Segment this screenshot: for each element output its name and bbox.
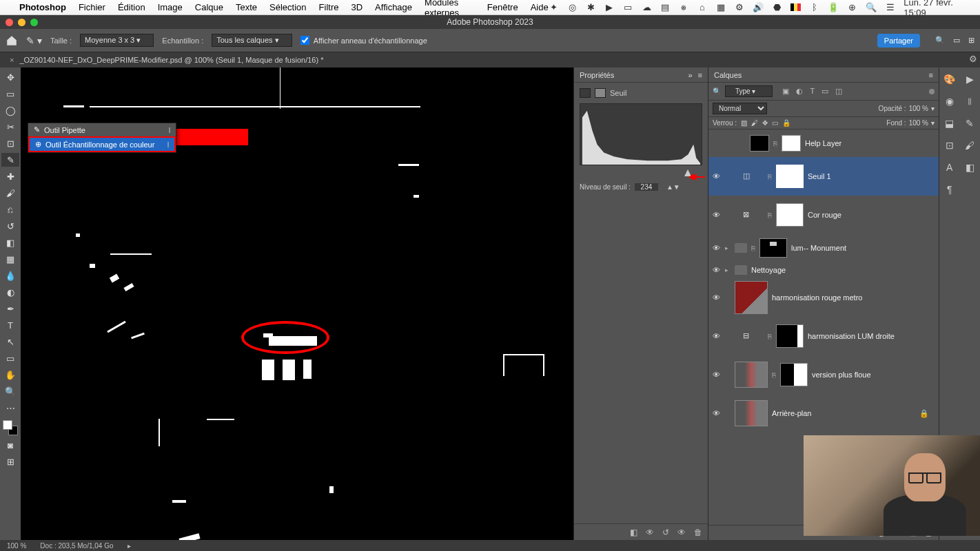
character-panel-icon[interactable]: A bbox=[943, 161, 956, 174]
layer-name[interactable]: harmonisation LUM droite bbox=[808, 332, 895, 340]
adjustments-panel-icon[interactable]: ⬓ bbox=[943, 117, 956, 129]
menu-aide[interactable]: Aide bbox=[531, 2, 549, 12]
layer-thumb[interactable] bbox=[750, 135, 769, 152]
filter-pixel-icon[interactable]: ▣ bbox=[782, 87, 789, 96]
mask-thumb[interactable] bbox=[780, 363, 808, 386]
flag-icon[interactable] bbox=[790, 3, 801, 11]
path-tool[interactable]: ↖ bbox=[1, 335, 19, 349]
workspace-switcher-icon[interactable]: ⊞ bbox=[968, 36, 974, 45]
menu-image[interactable]: Image bbox=[158, 2, 183, 12]
layer-row[interactable]: 👁 ◫ ⎘ Seuil 1 bbox=[708, 157, 939, 196]
navigator-panel-icon[interactable]: ◧ bbox=[963, 161, 976, 174]
bluetooth-icon[interactable]: ᛒ bbox=[809, 2, 819, 13]
trash-icon[interactable]: 🗑 bbox=[694, 528, 702, 537]
layer-name[interactable]: Seuil 1 bbox=[808, 172, 831, 180]
hand-tool[interactable]: ✋ bbox=[1, 368, 19, 382]
statusbar-icon[interactable]: ⌂ bbox=[697, 2, 707, 13]
lock-all-icon[interactable]: 🔒 bbox=[782, 119, 790, 127]
menu-selection[interactable]: Sélection bbox=[269, 2, 306, 12]
pen-tool[interactable]: ✒ bbox=[1, 302, 19, 315]
panel-menu-icon[interactable]: ≡ bbox=[698, 71, 702, 79]
minimize-button[interactable] bbox=[18, 19, 25, 26]
control-center-icon[interactable]: ☰ bbox=[885, 2, 895, 13]
history-brush-tool[interactable]: ↺ bbox=[1, 219, 19, 233]
lock-position-icon[interactable]: ✥ bbox=[762, 119, 768, 127]
statusbar-icon[interactable]: ✦ bbox=[549, 2, 559, 13]
maximize-button[interactable] bbox=[30, 19, 38, 26]
visibility-toggle[interactable]: 👁 bbox=[713, 371, 721, 379]
link-icon[interactable]: ⎘ bbox=[772, 371, 776, 379]
layer-name[interactable]: Nettoyage bbox=[751, 266, 786, 274]
volume-icon[interactable]: 🔊 bbox=[753, 2, 764, 13]
stamp-tool[interactable]: ⎌ bbox=[1, 202, 19, 216]
view-previous-icon[interactable]: 👁 bbox=[646, 528, 654, 537]
visibility-toggle[interactable]: 👁 bbox=[713, 409, 721, 417]
menu-edition[interactable]: Édition bbox=[118, 2, 145, 12]
color-panel-icon[interactable]: 🎨 bbox=[943, 73, 956, 85]
quick-select-tool[interactable]: ✂ bbox=[1, 120, 19, 134]
visibility-icon[interactable]: 👁 bbox=[677, 528, 686, 537]
eyedropper-tool[interactable]: ✎ bbox=[1, 153, 19, 167]
layer-group-row[interactable]: 👁 ▸ ⎘ lum-- Monument bbox=[708, 234, 939, 262]
visibility-toggle[interactable]: 👁 bbox=[713, 293, 721, 302]
layer-row[interactable]: 👁 harmonisation rouge metro bbox=[708, 278, 939, 317]
statusbar-icon[interactable]: ☁ bbox=[642, 2, 652, 13]
menu-fenetre[interactable]: Fenêtre bbox=[487, 2, 518, 12]
statusbar-icon[interactable]: ◎ bbox=[567, 2, 578, 13]
link-icon[interactable]: ⎘ bbox=[768, 333, 772, 340]
layer-thumb[interactable] bbox=[735, 362, 768, 388]
link-icon[interactable]: ⎘ bbox=[773, 140, 777, 147]
crop-tool[interactable]: ⊡ bbox=[1, 136, 19, 150]
close-tab-icon[interactable]: × bbox=[10, 56, 14, 64]
layer-name[interactable]: harmonisation rouge metro bbox=[772, 293, 862, 302]
link-icon[interactable]: ⎘ bbox=[768, 173, 772, 180]
layer-name[interactable]: Arrière-plan bbox=[772, 409, 811, 417]
echantillon-select[interactable]: Tous les calques ▾ bbox=[212, 34, 292, 47]
statusbar-icon[interactable]: ▤ bbox=[660, 2, 671, 13]
mask-thumb[interactable] bbox=[782, 135, 801, 152]
layer-row[interactable]: ⎘ Help Layer bbox=[708, 129, 939, 157]
clip-icon[interactable]: ◧ bbox=[630, 528, 637, 537]
expand-icon[interactable]: ▸ bbox=[725, 267, 731, 273]
threshold-histogram[interactable] bbox=[580, 103, 702, 165]
menu-affichage[interactable]: Affichage bbox=[375, 2, 412, 12]
wifi-icon[interactable]: ⊕ bbox=[847, 2, 857, 13]
filter-type-icon[interactable]: T bbox=[810, 87, 815, 96]
marquee-tool[interactable]: ▭ bbox=[1, 87, 19, 101]
fill-value[interactable]: 100 % bbox=[909, 119, 928, 127]
dodge-tool[interactable]: ◐ bbox=[1, 285, 19, 299]
layer-row[interactable]: 👁 ⊠ ⎘ Cor rouge bbox=[708, 196, 939, 234]
search-icon[interactable]: 🔍 bbox=[866, 2, 877, 13]
visibility-toggle[interactable]: 👁 bbox=[713, 244, 721, 252]
quickmask-tool[interactable]: ◙ bbox=[1, 438, 19, 452]
styles-panel-icon[interactable]: ⊡ bbox=[943, 139, 956, 152]
layer-row[interactable]: 👁 ⎘ version plus floue bbox=[708, 355, 939, 394]
share-button[interactable]: Partager bbox=[877, 34, 920, 48]
swatches-panel-icon[interactable]: ◉ bbox=[943, 95, 956, 107]
panel-menu-icon[interactable]: ≡ bbox=[929, 71, 933, 79]
layer-name[interactable]: lum-- Monument bbox=[791, 244, 846, 252]
statusbar-icon[interactable]: ✱ bbox=[586, 2, 596, 13]
visibility-toggle[interactable]: 👁 bbox=[713, 211, 721, 219]
link-icon[interactable]: ⎘ bbox=[751, 245, 755, 252]
gradient-tool[interactable]: ▦ bbox=[1, 252, 19, 266]
move-tool[interactable]: ✥ bbox=[1, 70, 19, 84]
statusbar-icon[interactable]: ▭ bbox=[623, 2, 633, 13]
layer-thumb[interactable] bbox=[735, 400, 768, 426]
visibility-toggle[interactable]: 👁 bbox=[713, 332, 721, 340]
search-icon[interactable]: 🔍 bbox=[935, 36, 945, 45]
statusbar-icon[interactable]: ▶ bbox=[604, 2, 615, 13]
statusbar-icon[interactable]: ▦ bbox=[715, 2, 726, 13]
statusbar-icon[interactable]: ⚙ bbox=[734, 2, 744, 13]
healing-tool[interactable]: ✚ bbox=[1, 169, 19, 183]
layer-name[interactable]: version plus floue bbox=[812, 371, 871, 379]
lock-paint-icon[interactable]: 🖌 bbox=[751, 119, 758, 127]
mask-thumb[interactable] bbox=[759, 238, 787, 258]
eyedropper-tool-icon[interactable]: ✎ ▾ bbox=[26, 35, 42, 46]
eraser-tool[interactable]: ◧ bbox=[1, 236, 19, 249]
layer-name[interactable]: Help Layer bbox=[805, 139, 841, 147]
link-icon[interactable]: ⎘ bbox=[768, 211, 772, 219]
menu-texte[interactable]: Texte bbox=[236, 2, 257, 12]
opacity-value[interactable]: 100 % bbox=[909, 105, 928, 112]
paragraph-panel-icon[interactable]: ¶ bbox=[943, 183, 956, 196]
